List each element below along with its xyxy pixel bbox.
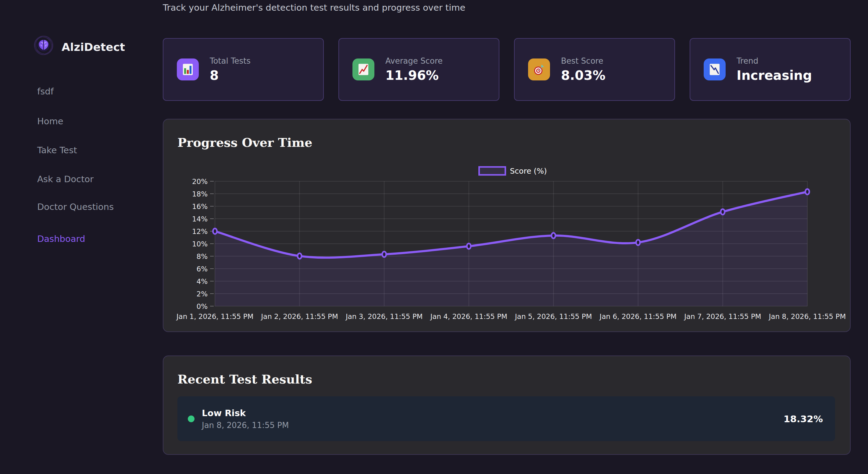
test-result-row[interactable]: Low Risk Jan 8, 2026, 11:55 PM 18.32% xyxy=(178,396,835,441)
x-tick-label: Jan 3, 2026, 11:55 PM xyxy=(345,312,423,320)
brand-name: AlziDetect xyxy=(62,41,125,53)
y-tick-label: 12% xyxy=(192,228,208,235)
results-panel: Recent Test Results Low Risk Jan 8, 2026… xyxy=(163,356,850,455)
stat-card-total-tests: Total Tests 8 xyxy=(163,38,324,101)
data-point-marker xyxy=(467,243,471,249)
result-score: 18.32% xyxy=(783,413,823,425)
y-tick-label: 4% xyxy=(197,277,208,285)
sidebar-item-fsdf[interactable]: fsdf xyxy=(37,86,54,97)
sidebar-item-home[interactable]: Home xyxy=(37,116,63,127)
y-tick-label: 18% xyxy=(192,190,208,198)
y-tick-label: 10% xyxy=(192,240,208,248)
data-point-marker xyxy=(298,253,302,259)
chart-legend[interactable]: Score (%) xyxy=(479,167,547,175)
x-tick-label: Jan 1, 2026, 11:55 PM xyxy=(176,312,253,320)
y-tick-label: 16% xyxy=(192,203,208,210)
y-tick-label: 2% xyxy=(197,290,208,298)
stats-row: Total Tests 8 Average Score 11.96% xyxy=(163,38,850,101)
y-tick-label: 20% xyxy=(192,178,208,185)
page-subtitle: Track your Alzheimer's detection test re… xyxy=(163,2,465,13)
x-tick-label: Jan 8, 2026, 11:55 PM xyxy=(768,312,846,320)
result-date: Jan 8, 2026, 11:55 PM xyxy=(202,421,289,430)
stat-label: Average Score xyxy=(385,56,443,66)
stat-value: Increasing xyxy=(737,68,812,83)
stat-value: 8.03% xyxy=(561,68,606,83)
y-tick-label: 6% xyxy=(197,265,208,273)
data-point-marker xyxy=(636,240,640,245)
result-risk-label: Low Risk xyxy=(202,408,289,418)
stat-value: 8 xyxy=(210,68,251,83)
risk-dot-icon xyxy=(188,415,194,422)
sidebar-item-doctor-questions[interactable]: Doctor Questions xyxy=(37,202,114,212)
x-tick-label: Jan 4, 2026, 11:55 PM xyxy=(430,312,507,320)
sidebar-item-dashboard[interactable]: Dashboard xyxy=(37,234,85,244)
stat-label: Trend xyxy=(737,56,812,66)
chart-increasing-icon xyxy=(352,59,374,80)
stat-card-best-score: Best Score 8.03% xyxy=(514,38,675,101)
data-point-marker xyxy=(382,251,386,257)
data-point-marker xyxy=(213,229,217,234)
sidebar-item-ask-a-doctor[interactable]: Ask a Doctor xyxy=(37,174,94,184)
x-tick-label: Jan 5, 2026, 11:55 PM xyxy=(514,312,592,320)
brain-logo-icon xyxy=(34,35,54,56)
sidebar-item-take-test[interactable]: Take Test xyxy=(37,145,77,155)
stat-card-average-score: Average Score 11.96% xyxy=(338,38,499,101)
x-tick-label: Jan 2, 2026, 11:55 PM xyxy=(260,312,338,320)
data-point-marker xyxy=(721,209,725,214)
results-title: Recent Test Results xyxy=(178,372,312,386)
chart-panel: Progress Over Time 0%2%4%6%8%10%12%14%16… xyxy=(163,119,850,332)
legend-label: Score (%) xyxy=(510,167,547,175)
stat-card-trend: Trend Increasing xyxy=(690,38,850,101)
legend-swatch xyxy=(479,167,505,175)
x-tick-label: Jan 7, 2026, 11:55 PM xyxy=(684,312,761,320)
y-tick-label: 8% xyxy=(197,252,208,261)
stat-label: Best Score xyxy=(561,56,606,66)
x-tick-label: Jan 6, 2026, 11:55 PM xyxy=(599,312,677,320)
chart-decreasing-icon xyxy=(704,59,725,80)
y-tick-label: 14% xyxy=(192,215,208,223)
bar-chart-icon xyxy=(177,59,199,80)
stat-label: Total Tests xyxy=(210,56,251,66)
progress-chart-svg: 0%2%4%6%8%10%12%14%16%18%20%Jan 1, 2026,… xyxy=(163,120,850,332)
data-point-marker xyxy=(806,189,809,194)
dashboard-page: AlziDetect fsdf Home Take Test Ask a Doc… xyxy=(0,0,868,474)
y-tick-label: 0% xyxy=(197,303,208,310)
stat-value: 11.96% xyxy=(385,68,443,83)
series-area-fill xyxy=(215,192,807,306)
target-icon xyxy=(528,59,550,80)
data-point-marker xyxy=(552,233,556,238)
